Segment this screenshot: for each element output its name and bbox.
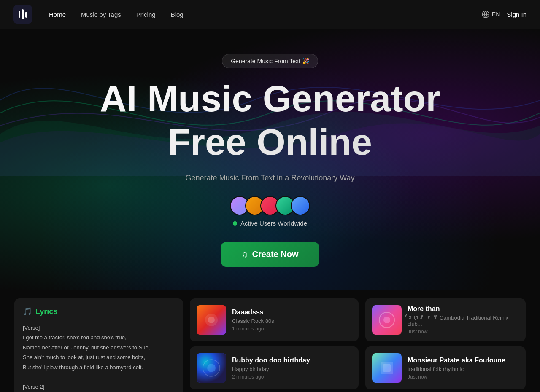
music-info-2: Bubby doo doo birthday Happy birthday 2 … bbox=[232, 357, 352, 380]
music-info-1: Daaadsss Classic Rock 80s 1 minutes ago bbox=[232, 309, 352, 332]
music-genre-5: traditional folk rhythmic bbox=[408, 366, 519, 372]
hero-badge[interactable]: Generate Music From Text 🎉 bbox=[222, 54, 318, 68]
navbar: Home Music by Tags Pricing Blog EN Sign … bbox=[0, 0, 540, 29]
content-section: Daaadsss Classic Rock 80s 1 minutes ago bbox=[4, 290, 536, 392]
create-now-button[interactable]: ♫ Create Now bbox=[221, 242, 319, 267]
lyrics-icon: 🎵 bbox=[23, 307, 32, 316]
svg-point-6 bbox=[208, 317, 215, 323]
hero-title-line1: AI Music Generator bbox=[8, 80, 532, 117]
svg-point-9 bbox=[207, 364, 216, 372]
music-genre-2: Happy birthday bbox=[232, 366, 352, 372]
lyrics-header: 🎵 Lyrics bbox=[23, 307, 175, 316]
music-thumb-1 bbox=[197, 305, 226, 335]
create-btn-label: Create Now bbox=[252, 250, 298, 259]
cards-left-column: Daaadsss Classic Rock 80s 1 minutes ago bbox=[190, 298, 359, 392]
music-thumb-4 bbox=[372, 305, 402, 335]
language-selector[interactable]: EN bbox=[482, 11, 500, 18]
active-users-label: Active Users Worldwide bbox=[240, 220, 307, 227]
lyrics-panel: 🎵 Lyrics [Verse] I got me a tractor, she… bbox=[14, 298, 183, 392]
language-label: EN bbox=[492, 11, 500, 18]
hero-subtitle: Generate Music From Text in a Revolution… bbox=[8, 174, 532, 183]
svg-rect-18 bbox=[383, 364, 391, 372]
lyrics-content: [Verse] I got me a tractor, she's red an… bbox=[23, 323, 175, 392]
music-title-2: Bubby doo doo birthday bbox=[232, 357, 352, 364]
lyrics-title: Lyrics bbox=[35, 307, 57, 316]
user-avatars bbox=[8, 196, 532, 215]
music-info-5: Monsieur Patate aka Foufoune traditional… bbox=[408, 357, 519, 380]
music-genre-4: ខែហ្វ ន លី Cambodia Traditional Remix cl… bbox=[408, 314, 519, 327]
svg-rect-2 bbox=[25, 12, 27, 18]
music-thumb-2 bbox=[197, 353, 226, 383]
music-time-4: Just now bbox=[408, 329, 519, 335]
music-time-2: 2 minutes ago bbox=[232, 374, 352, 380]
music-card-4[interactable]: More than ខែហ្វ ន លី Cambodia Traditiona… bbox=[365, 298, 526, 341]
music-title-4: More than bbox=[408, 305, 519, 313]
nav-blog[interactable]: Blog bbox=[171, 11, 184, 18]
nav-pricing[interactable]: Pricing bbox=[136, 11, 156, 18]
svg-rect-0 bbox=[19, 11, 20, 18]
music-info-4: More than ខែហ្វ ន លី Cambodia Traditiona… bbox=[408, 305, 519, 335]
music-note-icon: ♫ bbox=[241, 250, 248, 259]
hero-badge-text: Generate Music From Text 🎉 bbox=[231, 58, 309, 64]
sign-in-button[interactable]: Sign In bbox=[507, 11, 526, 18]
music-card-2[interactable]: Bubby doo doo birthday Happy birthday 2 … bbox=[190, 346, 359, 389]
music-time-5: Just now bbox=[408, 374, 519, 380]
online-indicator bbox=[233, 221, 237, 226]
active-users-row: Active Users Worldwide bbox=[8, 220, 532, 227]
hero-title-line2: Free Online bbox=[8, 121, 532, 164]
music-time-1: 1 minutes ago bbox=[232, 326, 352, 332]
svg-point-15 bbox=[383, 317, 390, 323]
music-title-5: Monsieur Patate aka Foufoune bbox=[408, 357, 519, 364]
music-thumb-5 bbox=[372, 353, 402, 383]
music-genre-1: Classic Rock 80s bbox=[232, 318, 352, 324]
hero-content: Generate Music From Text 🎉 AI Music Gene… bbox=[8, 54, 532, 267]
logo[interactable] bbox=[14, 5, 32, 24]
nav-music-by-tags[interactable]: Music by Tags bbox=[81, 11, 121, 18]
nav-links: Home Music by Tags Pricing Blog bbox=[49, 11, 482, 18]
nav-right: EN Sign In bbox=[482, 11, 526, 18]
avatar-5 bbox=[291, 196, 310, 215]
music-card-5[interactable]: Monsieur Patate aka Foufoune traditional… bbox=[365, 346, 526, 389]
svg-rect-1 bbox=[22, 9, 24, 19]
music-title-1: Daaadsss bbox=[232, 309, 352, 316]
hero-section: Generate Music From Text 🎉 AI Music Gene… bbox=[0, 29, 540, 290]
nav-home[interactable]: Home bbox=[49, 11, 66, 18]
cards-right-column: More than ខែហ្វ ន លី Cambodia Traditiona… bbox=[365, 298, 526, 392]
music-card-1[interactable]: Daaadsss Classic Rock 80s 1 minutes ago bbox=[190, 298, 359, 341]
